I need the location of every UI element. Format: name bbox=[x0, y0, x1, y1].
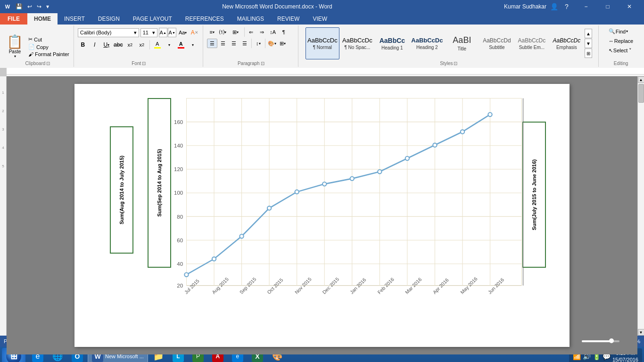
shading-button[interactable]: 🎨▾ bbox=[267, 39, 277, 48]
styles-scroll-up[interactable]: ▲ bbox=[585, 29, 592, 38]
increase-indent-button[interactable]: ⇒ bbox=[257, 27, 267, 37]
underline-button[interactable]: U▾ bbox=[101, 40, 112, 50]
tab-references[interactable]: REFERENCES bbox=[179, 13, 231, 25]
svg-point-51 bbox=[378, 170, 381, 173]
numbering-button[interactable]: ⑴▾ bbox=[218, 27, 228, 37]
style-subtle-emphasis[interactable]: AaBbCcDc Subtle Em... bbox=[515, 27, 549, 59]
save-qa-btn[interactable]: 💾 bbox=[14, 3, 24, 10]
paragraph-group: ≡▾ ⑴▾ ⊞▾ ⇐ ⇒ ↕A ¶ ☰ ☰ ☰ ☰ ↕▾ 🎨▾ bbox=[204, 25, 298, 67]
font-color-dropdown[interactable]: ▾ bbox=[188, 40, 198, 50]
clipboard-expand-icon[interactable]: ⊡ bbox=[46, 61, 50, 66]
format-painter-button[interactable]: 🖌 Format Painter bbox=[27, 51, 71, 58]
copy-label: Copy bbox=[36, 44, 49, 50]
tab-file[interactable]: FILE bbox=[0, 13, 27, 25]
style-heading2[interactable]: AaBbCcDc Heading 2 bbox=[410, 27, 444, 59]
subscript-button[interactable]: x2 bbox=[125, 40, 135, 50]
svg-text:60: 60 bbox=[177, 238, 183, 243]
highlight-dropdown[interactable]: ▾ bbox=[164, 40, 174, 50]
search-icon: 🔍 bbox=[609, 28, 615, 34]
font-size-decrease[interactable]: A▼ bbox=[168, 28, 176, 37]
style-nospace-label: ¶ No Spac... bbox=[344, 45, 370, 50]
style-nospace[interactable]: AaBbCcDc ¶ No Spac... bbox=[340, 27, 374, 59]
align-left-button[interactable]: ☰ bbox=[207, 39, 217, 48]
select-button[interactable]: ↖ Select ˅ bbox=[607, 47, 634, 55]
borders-button[interactable]: ⊞▾ bbox=[278, 39, 288, 48]
copy-icon: 📄 bbox=[28, 44, 35, 50]
user-name: Kumar Sudhakar bbox=[504, 3, 546, 10]
font-controls: Calibri (Body) ▾ 11 ▾ A▲ A▼ Aa▾ A✕ B I U… bbox=[78, 27, 200, 59]
styles-expand-icon[interactable]: ⊡ bbox=[454, 61, 457, 66]
multilevel-list-button[interactable]: ⊞▾ bbox=[229, 27, 243, 37]
tab-insert[interactable]: INSERT bbox=[58, 13, 91, 25]
scroll-thumb[interactable] bbox=[638, 84, 644, 103]
line-spacing-button[interactable]: ↕▾ bbox=[253, 39, 264, 48]
scroll-track[interactable] bbox=[638, 83, 644, 329]
tab-home[interactable]: HOME bbox=[27, 13, 58, 25]
title-bar-left: W 💾 ↩ ↪ ▾ bbox=[4, 3, 50, 10]
redo-qa-btn[interactable]: ↪ bbox=[35, 3, 43, 10]
font-name-selector[interactable]: Calibri (Body) ▾ bbox=[78, 28, 139, 37]
style-emphasis[interactable]: AaBbCcDc Emphasis bbox=[550, 27, 584, 59]
svg-text:140: 140 bbox=[174, 143, 183, 148]
help-button[interactable]: ? bbox=[562, 2, 571, 11]
change-case-button[interactable]: Aa▾ bbox=[178, 27, 188, 38]
zoom-thumb[interactable] bbox=[609, 338, 614, 343]
strikethrough-button[interactable]: abc bbox=[113, 40, 124, 50]
text-highlight-color[interactable]: A bbox=[152, 40, 163, 50]
style-subtitle[interactable]: AaBbCcDd Subtitle bbox=[480, 27, 514, 59]
tab-design[interactable]: DESIGN bbox=[91, 13, 126, 25]
justify-button[interactable]: ☰ bbox=[239, 39, 250, 48]
tab-page-layout[interactable]: PAGE LAYOUT bbox=[126, 13, 179, 25]
zoom-track[interactable] bbox=[582, 340, 619, 342]
close-button[interactable]: ✕ bbox=[619, 0, 640, 13]
highlight-icon: A bbox=[156, 41, 159, 47]
word-icon: W bbox=[4, 3, 11, 10]
editing-controls: 🔍 Find ▾ ↔ Replace ↖ Select ˅ bbox=[607, 27, 635, 59]
font-size-increase[interactable]: A▲ bbox=[159, 28, 167, 37]
paste-button[interactable]: 📋 Paste ▾ bbox=[5, 34, 25, 59]
scroll-up-button[interactable]: ▲ bbox=[638, 76, 644, 83]
minimize-button[interactable]: − bbox=[575, 0, 597, 13]
show-formatting-button[interactable]: ¶ bbox=[279, 27, 289, 37]
font-color-bar bbox=[178, 47, 184, 49]
maximize-button[interactable]: □ bbox=[597, 0, 619, 13]
replace-button[interactable]: ↔ Replace bbox=[607, 37, 635, 45]
customize-qa-btn[interactable]: ▾ bbox=[45, 3, 50, 10]
font-color-button[interactable]: A bbox=[176, 40, 186, 50]
cut-button[interactable]: ✂ Cut bbox=[27, 36, 71, 43]
styles-scroll-down[interactable]: ▼ bbox=[585, 39, 592, 48]
paste-icon: 📋 bbox=[7, 35, 23, 49]
find-dropdown-arrow[interactable]: ▾ bbox=[626, 29, 628, 33]
italic-button[interactable]: I bbox=[90, 40, 100, 50]
style-subtle-preview: AaBbCcDc bbox=[518, 37, 546, 44]
font-dropdown-arrow: ▾ bbox=[134, 30, 137, 36]
bold-button[interactable]: B bbox=[78, 40, 88, 50]
align-center-button[interactable]: ☰ bbox=[218, 39, 228, 48]
tab-mailings[interactable]: MAILINGS bbox=[231, 13, 271, 25]
style-normal[interactable]: AaBbCcDc ¶ Normal bbox=[305, 27, 339, 59]
find-button[interactable]: 🔍 Find ▾ bbox=[607, 27, 630, 35]
style-heading1[interactable]: AaBbCc Heading 1 bbox=[375, 27, 409, 59]
superscript-button[interactable]: x2 bbox=[137, 40, 147, 50]
copy-button[interactable]: 📄 Copy bbox=[27, 43, 71, 50]
font-expand-icon[interactable]: ⊡ bbox=[142, 61, 146, 66]
scroll-down-button[interactable]: ▼ bbox=[638, 329, 644, 336]
paste-dropdown-arrow[interactable]: ▾ bbox=[14, 54, 16, 58]
style-h1-label: Heading 1 bbox=[381, 45, 403, 50]
styles-expand-button[interactable]: ⊞ bbox=[585, 49, 592, 58]
paste-label: Paste bbox=[9, 49, 21, 54]
svg-point-44 bbox=[184, 273, 188, 277]
font-color-icon: A bbox=[179, 41, 183, 47]
undo-qa-btn[interactable]: ↩ bbox=[26, 3, 33, 10]
decrease-indent-button[interactable]: ⇐ bbox=[246, 27, 256, 37]
tab-view[interactable]: VIEW bbox=[306, 13, 334, 25]
para-sep2 bbox=[251, 39, 252, 48]
align-right-button[interactable]: ☰ bbox=[229, 39, 239, 48]
bullets-button[interactable]: ≡▾ bbox=[207, 27, 217, 37]
paragraph-expand-icon[interactable]: ⊡ bbox=[261, 61, 264, 66]
tab-review[interactable]: REVIEW bbox=[271, 13, 306, 25]
clear-formatting-button[interactable]: A✕ bbox=[190, 27, 200, 38]
font-size-box[interactable]: 11 ▾ bbox=[140, 28, 157, 37]
sort-button[interactable]: ↕A bbox=[268, 27, 278, 37]
style-title[interactable]: AaBI Title bbox=[445, 27, 479, 59]
